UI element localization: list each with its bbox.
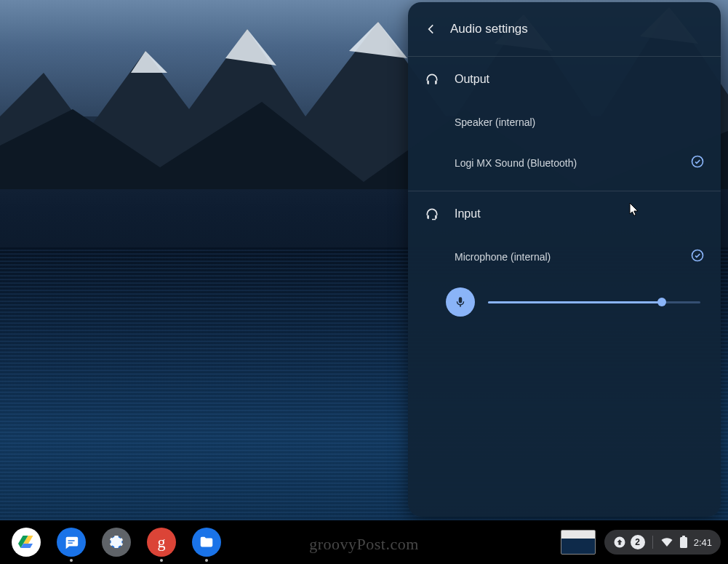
svg-rect-14 xyxy=(682,536,685,538)
output-section: Output Speaker (internal) Logi MX Sound … xyxy=(408,56,721,191)
input-device-microphone[interactable]: Microphone (internal) xyxy=(408,237,721,277)
watermark-text: groovyPost.com xyxy=(309,535,419,554)
output-device-speaker[interactable]: Speaker (internal) xyxy=(408,102,721,143)
audio-settings-panel: Audio settings Output Speaker (internal)… xyxy=(408,2,721,517)
app-google-plus[interactable]: g xyxy=(147,528,176,557)
output-heading: Output xyxy=(455,73,489,86)
messages-icon xyxy=(63,534,79,550)
input-heading: Input xyxy=(455,207,481,221)
app-files[interactable] xyxy=(192,528,221,557)
input-section: Input Microphone (internal) xyxy=(408,191,721,331)
mic-level-row xyxy=(408,277,721,324)
microphone-icon xyxy=(454,295,467,309)
clock: 2:41 xyxy=(694,537,712,548)
output-device-bluetooth[interactable]: Logi MX Sound (Bluetooth) xyxy=(408,143,721,183)
mic-level-slider[interactable] xyxy=(488,295,700,309)
slider-thumb[interactable] xyxy=(657,298,666,306)
status-icons: 2:41 xyxy=(660,536,712,549)
status-tray[interactable]: 2 2:41 xyxy=(604,530,721,555)
headphones-icon xyxy=(424,72,440,87)
window-preview-thumb[interactable] xyxy=(561,530,596,555)
chevron-left-icon xyxy=(424,22,439,36)
check-circle-icon xyxy=(690,248,705,266)
running-indicator xyxy=(70,559,73,562)
headset-mic-icon xyxy=(424,207,440,221)
svg-rect-10 xyxy=(68,542,72,543)
google-drive-icon xyxy=(17,533,35,551)
notification-group[interactable]: 2 xyxy=(613,535,645,549)
arrow-up-circle-icon xyxy=(613,536,626,549)
device-label: Microphone (internal) xyxy=(455,251,551,263)
panel-title: Audio settings xyxy=(450,22,528,36)
shelf-right: 2 2:41 xyxy=(561,520,721,564)
wifi-icon xyxy=(660,536,673,549)
app-google-drive[interactable] xyxy=(12,528,41,557)
running-indicator xyxy=(160,559,163,562)
folder-icon xyxy=(199,534,215,550)
device-label: Speaker (internal) xyxy=(455,116,535,128)
app-settings[interactable] xyxy=(102,528,131,557)
battery-icon xyxy=(679,536,688,549)
svg-rect-13 xyxy=(680,537,687,548)
back-button[interactable] xyxy=(415,13,447,45)
check-circle-icon xyxy=(690,154,705,172)
slider-fill xyxy=(488,301,662,303)
notification-count-badge: 2 xyxy=(631,535,645,549)
running-indicator xyxy=(205,559,208,562)
svg-marker-1 xyxy=(131,51,167,73)
panel-header: Audio settings xyxy=(408,2,721,56)
shelf-apps: g xyxy=(12,520,221,564)
separator xyxy=(652,536,653,549)
app-messages[interactable] xyxy=(57,528,86,557)
mic-toggle-button[interactable] xyxy=(446,287,475,317)
output-section-header: Output xyxy=(408,57,721,102)
svg-rect-9 xyxy=(68,540,74,541)
shelf: g groovyPost.com 2 2:41 xyxy=(0,520,728,564)
google-plus-icon: g xyxy=(158,533,166,552)
input-section-header: Input xyxy=(408,191,721,237)
device-label: Logi MX Sound (Bluetooth) xyxy=(455,157,577,169)
gear-icon xyxy=(108,533,125,551)
